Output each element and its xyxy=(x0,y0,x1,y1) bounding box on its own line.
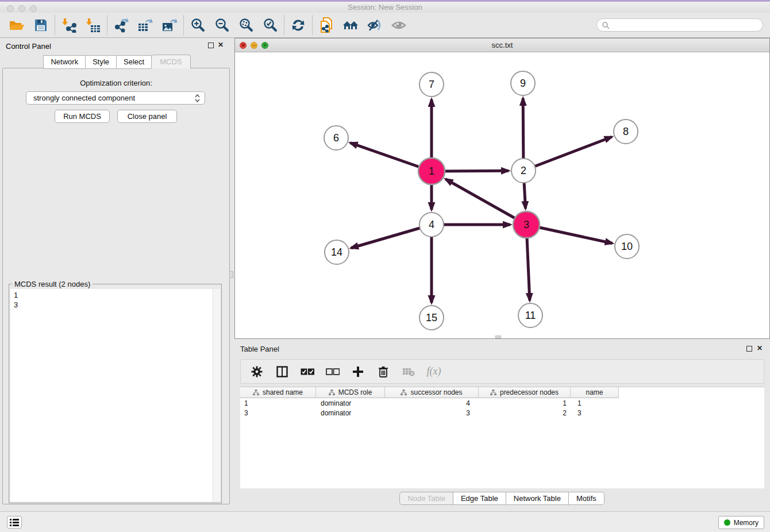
first-neighbors-button[interactable] xyxy=(338,15,363,36)
memory-label: Memory xyxy=(734,519,759,527)
tree-icon xyxy=(401,390,407,395)
task-history-button[interactable] xyxy=(7,516,22,529)
mcds-result-group: MCDS result (2 nodes) 1 3 xyxy=(9,284,222,503)
tab-motifs[interactable]: Motifs xyxy=(568,492,605,505)
toolbar-separator xyxy=(312,16,313,35)
network-view-title: scc.txt xyxy=(492,41,513,49)
open-session-button[interactable] xyxy=(5,15,29,36)
zoom-fit-button[interactable] xyxy=(234,15,258,36)
result-scrollbar[interactable] xyxy=(213,289,220,502)
vertical-splitter-handle[interactable] xyxy=(229,271,233,278)
tab-network[interactable]: Network xyxy=(43,55,86,69)
export-image-icon xyxy=(161,18,178,33)
minimize-window-icon[interactable] xyxy=(18,5,25,12)
control-panel-header: Control Panel ✕ xyxy=(0,38,234,54)
zoom-out-button[interactable] xyxy=(210,15,234,36)
zoom-selected-button[interactable] xyxy=(258,15,282,36)
close-view-icon[interactable]: ✕ xyxy=(240,42,247,49)
delete-table-button xyxy=(402,365,415,379)
tab-mcds[interactable]: MCDS xyxy=(151,55,190,69)
minimize-view-icon[interactable]: − xyxy=(251,42,257,49)
tree-icon xyxy=(490,390,496,395)
export-table-button[interactable] xyxy=(133,15,157,36)
node-table-body: 1dominator4113dominator323 xyxy=(240,398,764,418)
tab-node-table[interactable]: Node Table xyxy=(399,492,453,505)
graph-node-label: 3 xyxy=(523,219,529,230)
tab-edge-table[interactable]: Edge Table xyxy=(453,492,506,505)
table-cell: 3 xyxy=(240,409,316,417)
graph-node-label: 6 xyxy=(333,132,339,144)
save-icon xyxy=(34,18,48,32)
apply-layout-icon xyxy=(291,18,306,33)
tab-style[interactable]: Style xyxy=(85,55,117,69)
hide-style-button[interactable] xyxy=(363,15,387,36)
criterion-value: strongly connected component xyxy=(33,94,195,102)
toolbar-separator xyxy=(107,16,107,35)
run-mcds-button[interactable]: Run MCDS xyxy=(55,110,110,123)
column-header-shared-name[interactable]: shared name xyxy=(240,387,316,398)
close-panel-button[interactable]: Close panel xyxy=(117,110,177,123)
show-graphics-details-button[interactable] xyxy=(387,15,411,36)
table-settings-button[interactable] xyxy=(250,365,264,379)
table-row[interactable]: 3dominator323 xyxy=(240,408,764,418)
save-session-button[interactable] xyxy=(29,15,53,36)
import-network-button[interactable] xyxy=(57,15,81,36)
graph-node-label: 14 xyxy=(331,246,342,258)
tab-network-table[interactable]: Network Table xyxy=(506,492,569,505)
column-header-name[interactable]: name xyxy=(571,387,619,398)
export-image-button[interactable] xyxy=(157,15,182,36)
table-cell: dominator xyxy=(316,399,385,407)
show-column-panel-button[interactable] xyxy=(275,365,289,379)
two-houses-icon xyxy=(342,18,359,32)
memory-button[interactable]: Memory xyxy=(718,516,764,529)
search-field[interactable] xyxy=(596,18,763,32)
import-table-button[interactable] xyxy=(81,15,105,36)
table-cell: 2 xyxy=(479,409,571,417)
window-titlebar: Session: New Session xyxy=(0,2,770,13)
tree-icon xyxy=(329,390,335,395)
column-header-predecessor-nodes[interactable]: predecessor nodes xyxy=(479,387,571,398)
columns-icon xyxy=(276,366,288,377)
tab-select[interactable]: Select xyxy=(116,55,152,69)
function-builder-button: f(x) xyxy=(427,365,441,379)
table-row[interactable]: 1dominator411 xyxy=(240,398,764,408)
search-input[interactable] xyxy=(610,21,763,29)
checked-boxes-icon xyxy=(301,368,314,375)
table-panel-float-icon[interactable] xyxy=(746,346,752,352)
network-canvas[interactable]: 7968124314101511 xyxy=(235,52,769,338)
graph-node-label: 4 xyxy=(429,219,434,230)
delete-column-button[interactable] xyxy=(376,365,390,379)
zoom-in-button[interactable] xyxy=(186,15,210,36)
plus-icon xyxy=(352,366,364,377)
table-panel-close-icon[interactable]: ✕ xyxy=(757,345,763,352)
window-traffic-lights[interactable] xyxy=(7,5,37,12)
tree-icon xyxy=(253,390,259,395)
table-panel-title: Table Panel xyxy=(240,345,279,353)
graph-node-label: 2 xyxy=(521,165,526,176)
graph-node-label: 9 xyxy=(520,78,526,89)
graph-edge[interactable] xyxy=(523,137,612,171)
eye-icon xyxy=(391,19,407,32)
maximize-window-icon[interactable] xyxy=(30,5,37,12)
control-panel-title: Control Panel xyxy=(6,42,51,51)
control-panel-float-icon[interactable] xyxy=(208,43,214,48)
create-column-button[interactable] xyxy=(351,365,365,379)
close-window-icon[interactable] xyxy=(7,5,14,12)
horizontal-splitter-handle[interactable] xyxy=(495,336,501,338)
criterion-select[interactable]: strongly connected component xyxy=(26,91,205,105)
network-from-selection-button[interactable] xyxy=(314,15,338,36)
table-cell: 4 xyxy=(385,399,479,407)
apply-layout-button[interactable] xyxy=(286,15,310,36)
table-cell: 3 xyxy=(571,409,619,417)
column-header-mcds-role[interactable]: MCDS role xyxy=(316,387,385,398)
table-panel: Table Panel ✕ xyxy=(234,342,770,511)
control-panel-close-icon[interactable]: ✕ xyxy=(218,41,224,48)
column-header-successor-nodes[interactable]: successor nodes xyxy=(385,387,479,398)
select-all-columns-button[interactable] xyxy=(301,365,314,379)
table-toolbar: f(x) xyxy=(240,359,764,384)
mcds-result-text[interactable]: 1 3 xyxy=(10,289,213,502)
zoom-in-icon xyxy=(190,18,205,33)
export-network-button[interactable] xyxy=(109,15,133,36)
maximize-view-icon[interactable]: + xyxy=(261,42,268,49)
deselect-all-columns-button[interactable] xyxy=(326,365,340,379)
